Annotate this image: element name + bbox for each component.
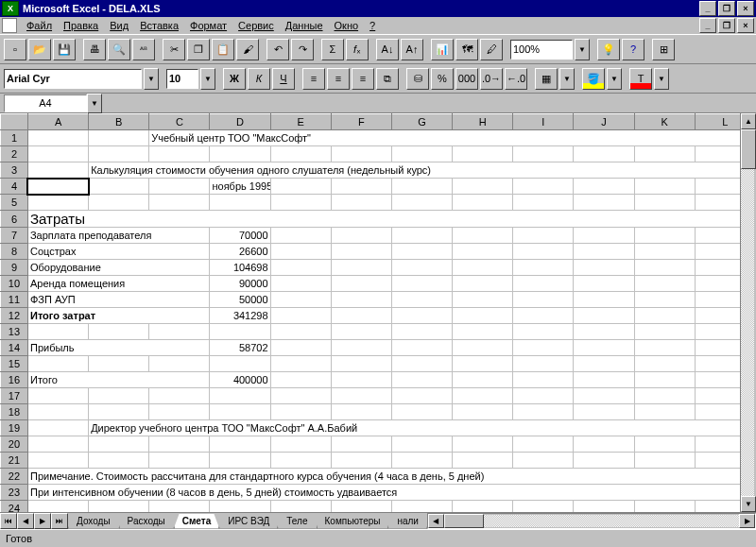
cell[interactable]: Прибыль [27, 340, 209, 356]
cell[interactable]: Оборудование [27, 260, 209, 276]
print-button[interactable]: 🖶 [83, 39, 106, 60]
col-header-c[interactable]: C [149, 114, 210, 130]
cell[interactable]: ноябрь 1995 [210, 179, 270, 195]
name-box-dropdown[interactable]: ▼ [87, 94, 102, 113]
scroll-thumb[interactable] [444, 514, 484, 528]
row-header[interactable]: 18 [1, 404, 28, 420]
select-all-button[interactable] [1, 114, 28, 130]
row-header[interactable]: 5 [1, 195, 28, 211]
cell[interactable]: Калькуляция стоимости обучения одного сл… [89, 162, 756, 179]
drawing-button[interactable]: 🖊 [480, 39, 503, 60]
sheet-tab[interactable]: Доходы [68, 514, 119, 529]
fill-color-button[interactable]: 🪣 [582, 68, 605, 90]
scroll-track[interactable] [484, 515, 739, 527]
menu-view[interactable]: Вид [104, 20, 134, 31]
col-header-a[interactable]: A [27, 114, 88, 130]
scroll-up-button[interactable]: ▲ [741, 113, 756, 129]
show-all-icon[interactable]: ⊞ [652, 39, 675, 60]
spreadsheet-grid[interactable]: A B C D E F G H I J K L 1Учебный центр Т… [0, 113, 756, 512]
vertical-scrollbar[interactable]: ▲ ▼ [740, 113, 756, 512]
currency-button[interactable]: ⛁ [406, 68, 429, 90]
sheet-tab[interactable]: Компьютеры [317, 514, 389, 529]
align-left-button[interactable]: ≡ [302, 68, 325, 90]
col-header-g[interactable]: G [391, 114, 452, 130]
row-header[interactable]: 1 [1, 130, 28, 146]
menu-insert[interactable]: Вставка [134, 20, 184, 31]
row-header[interactable]: 9 [1, 260, 28, 276]
cell[interactable]: Зарплата преподавателя [27, 228, 209, 244]
cell[interactable]: 26600 [210, 244, 270, 260]
scroll-left-button[interactable]: ◀ [428, 514, 444, 528]
sheet-tab-active[interactable]: Смета [174, 514, 220, 529]
close-button[interactable]: × [737, 1, 754, 16]
paste-button[interactable]: 📋 [212, 39, 234, 60]
row-header[interactable]: 13 [1, 324, 28, 340]
sort-asc-button[interactable]: A↓ [376, 39, 399, 60]
function-button[interactable]: fₓ [346, 39, 369, 60]
row-header[interactable]: 12 [1, 308, 28, 324]
menu-help[interactable]: ? [364, 20, 381, 31]
menu-data[interactable]: Данные [280, 20, 329, 31]
help-button[interactable]: ? [622, 39, 644, 60]
horizontal-scrollbar[interactable]: ◀ ▶ [427, 513, 756, 529]
sheet-tab[interactable]: нали [388, 514, 427, 529]
cell[interactable]: 341298 [210, 308, 270, 324]
bold-button[interactable]: Ж [223, 68, 246, 90]
tip-button[interactable]: 💡 [597, 39, 620, 60]
redo-button[interactable]: ↷ [291, 39, 314, 60]
cell[interactable]: Примечание. Стоимость рассчитана для ста… [27, 469, 755, 485]
row-header[interactable]: 11 [1, 292, 28, 308]
cell[interactable]: 104698 [210, 260, 270, 276]
row-header[interactable]: 24 [1, 501, 28, 513]
row-header[interactable]: 10 [1, 276, 28, 292]
zoom-input[interactable]: 100% [510, 40, 573, 60]
tab-last-button[interactable]: ⏭ [51, 513, 68, 529]
menu-edit[interactable]: Правка [58, 20, 104, 31]
font-size-input[interactable]: 10 [166, 69, 198, 89]
menu-file[interactable]: Файл [21, 20, 58, 31]
mdi-close-button[interactable]: × [737, 18, 754, 33]
col-header-f[interactable]: F [331, 114, 391, 130]
spellcheck-button[interactable]: ᴬᴮ [132, 39, 155, 60]
cell[interactable]: 400000 [210, 372, 270, 388]
sort-desc-button[interactable]: A↑ [401, 39, 423, 60]
col-header-e[interactable]: E [270, 114, 331, 130]
cell[interactable]: 50000 [210, 292, 270, 308]
row-header[interactable]: 4 [1, 179, 28, 195]
title-bar[interactable]: X Microsoft Excel - DELA.XLS _ ❐ × [0, 0, 756, 17]
row-header[interactable]: 21 [1, 453, 28, 469]
decrease-decimal-button[interactable]: ←.0 [505, 68, 527, 90]
scroll-right-button[interactable]: ▶ [739, 514, 755, 528]
row-header[interactable]: 14 [1, 340, 28, 356]
cut-button[interactable]: ✂ [163, 39, 185, 60]
cell[interactable]: Затраты [27, 211, 755, 228]
font-color-dropdown[interactable]: ▼ [654, 68, 669, 90]
maximize-button[interactable]: ❐ [718, 1, 735, 16]
preview-button[interactable]: 🔍 [108, 39, 130, 60]
row-header[interactable]: 16 [1, 372, 28, 388]
menu-tools[interactable]: Сервис [232, 20, 280, 31]
menu-format[interactable]: Формат [184, 20, 232, 31]
row-header[interactable]: 2 [1, 146, 28, 162]
tab-next-button[interactable]: ▶ [34, 513, 51, 529]
col-header-k[interactable]: K [634, 114, 695, 130]
row-header[interactable]: 20 [1, 436, 28, 453]
increase-decimal-button[interactable]: .0→ [480, 68, 503, 90]
cell[interactable]: 90000 [210, 276, 270, 292]
active-cell[interactable] [27, 179, 88, 195]
zoom-dropdown[interactable]: ▼ [575, 39, 590, 60]
copy-button[interactable]: ❐ [187, 39, 210, 60]
new-button[interactable]: ▫ [4, 39, 26, 60]
cell[interactable]: Аренда помещения [27, 276, 209, 292]
cell[interactable]: При интенсивном обучении (8 часов в день… [27, 485, 755, 501]
map-button[interactable]: 🗺 [455, 39, 478, 60]
row-header[interactable]: 3 [1, 162, 28, 179]
autosum-button[interactable]: Σ [321, 39, 344, 60]
cell[interactable]: 58702 [210, 340, 270, 356]
underline-button[interactable]: Ч [272, 68, 295, 90]
merge-center-button[interactable]: ⧉ [376, 68, 399, 90]
col-header-j[interactable]: J [574, 114, 634, 130]
row-header[interactable]: 22 [1, 469, 28, 485]
font-name-dropdown[interactable]: ▼ [144, 68, 159, 90]
mdi-minimize-button[interactable]: _ [699, 18, 716, 33]
